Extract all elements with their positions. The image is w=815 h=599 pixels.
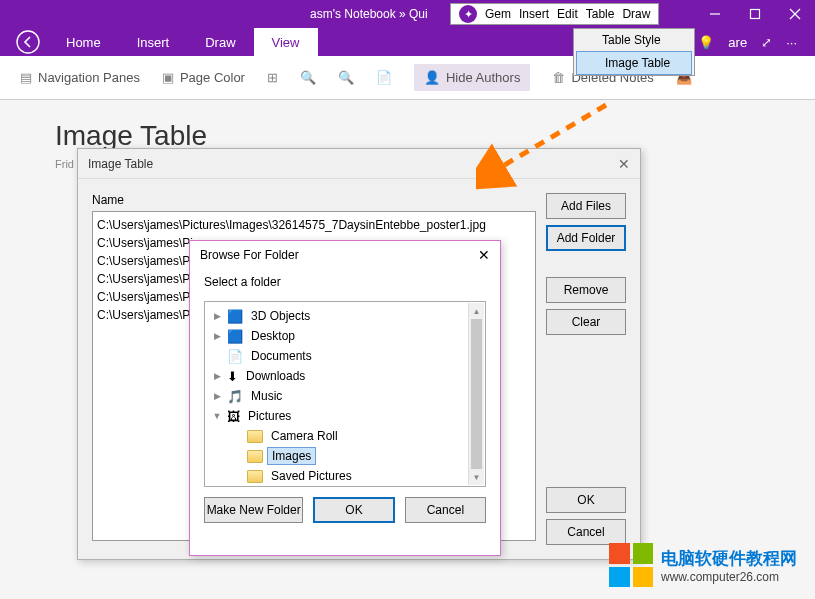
grid-icon: ⊞ xyxy=(267,70,278,85)
folder-icon: 🟦 xyxy=(227,329,243,344)
folder-icon xyxy=(247,450,263,463)
tree-node[interactable]: ▶🟦3D Objects xyxy=(207,306,483,326)
close-icon[interactable]: ✕ xyxy=(478,247,490,263)
scroll-thumb[interactable] xyxy=(471,319,482,469)
dialog-subtitle: Select a folder xyxy=(190,269,500,295)
tree-label[interactable]: Camera Roll xyxy=(267,428,342,444)
tree-label[interactable]: Saved Pictures xyxy=(267,468,356,484)
gem-icon: ✦ xyxy=(459,5,477,23)
folder-icon: 🟦 xyxy=(227,309,243,324)
close-icon[interactable]: ✕ xyxy=(618,156,630,172)
zoom-100-button[interactable]: 📄 xyxy=(376,70,392,85)
close-button[interactable] xyxy=(775,0,815,28)
expand-icon[interactable]: ▶ xyxy=(211,391,223,401)
watermark-text: 电脑软硬件教程网 xyxy=(661,547,797,570)
svg-rect-1 xyxy=(751,10,760,19)
expand-icon[interactable]: ▼ xyxy=(211,411,223,421)
page-color-button[interactable]: ▣Page Color xyxy=(162,70,245,85)
tree-label[interactable]: 3D Objects xyxy=(247,308,314,324)
folder-icon: 🎵 xyxy=(227,389,243,404)
author-icon: 👤 xyxy=(424,70,440,85)
expand-icon[interactable]: ▶ xyxy=(211,331,223,341)
clear-button[interactable]: Clear xyxy=(546,309,626,335)
tree-node[interactable]: 📄Documents xyxy=(207,346,483,366)
tab-draw[interactable]: Draw xyxy=(187,28,253,56)
gem-menu-gem[interactable]: Gem xyxy=(485,7,511,21)
remove-button[interactable]: Remove xyxy=(546,277,626,303)
minimize-button[interactable] xyxy=(695,0,735,28)
folder-icon: 📄 xyxy=(227,349,243,364)
tree-node[interactable]: Camera Roll xyxy=(207,426,483,446)
add-files-button[interactable]: Add Files xyxy=(546,193,626,219)
gem-menu-draw[interactable]: Draw xyxy=(622,7,650,21)
folder-icon: 🖼 xyxy=(227,409,240,424)
scroll-up-icon[interactable]: ▲ xyxy=(469,303,484,319)
expand-icon[interactable]: ▶ xyxy=(211,371,223,381)
tree-node[interactable]: ▼🖼Pictures xyxy=(207,406,483,426)
table-dropdown: Table Style Image Table xyxy=(573,28,695,76)
gem-menu-edit[interactable]: Edit xyxy=(557,7,578,21)
tree-node[interactable]: ▶⬇Downloads xyxy=(207,366,483,386)
panes-icon: ▤ xyxy=(20,70,32,85)
page-color-icon: ▣ xyxy=(162,70,174,85)
back-button[interactable] xyxy=(8,29,48,55)
cancel-button[interactable]: Cancel xyxy=(405,497,486,523)
tree-node[interactable]: Images xyxy=(207,446,483,466)
dialog-title: Browse For Folder xyxy=(200,248,299,262)
watermark-url: www.computer26.com xyxy=(661,570,797,584)
gem-menu-insert[interactable]: Insert xyxy=(519,7,549,21)
dialog-title: Image Table xyxy=(88,157,153,171)
tree-label[interactable]: Pictures xyxy=(244,408,295,424)
menu-table-style[interactable]: Table Style xyxy=(574,29,694,51)
tab-home[interactable]: Home xyxy=(48,28,119,56)
cancel-button[interactable]: Cancel xyxy=(546,519,626,545)
maximize-button[interactable] xyxy=(735,0,775,28)
zoom-in-icon: 🔍 xyxy=(338,70,354,85)
hide-authors-button[interactable]: 👤Hide Authors xyxy=(414,64,530,91)
tree-node[interactable]: ▶🟦Desktop xyxy=(207,326,483,346)
tell-me-icon[interactable]: 💡 xyxy=(698,35,714,50)
add-folder-button[interactable]: Add Folder xyxy=(546,225,626,251)
more-icon[interactable]: ··· xyxy=(786,35,797,50)
zoom-100-icon: 📄 xyxy=(376,70,392,85)
zoom-out-icon: 🔍 xyxy=(300,70,316,85)
watermark: 电脑软硬件教程网 www.computer26.com xyxy=(609,543,797,587)
folder-icon: ⬇ xyxy=(227,369,238,384)
expand-icon[interactable]: ▶ xyxy=(211,311,223,321)
windows-logo-icon xyxy=(609,543,653,587)
tree-label[interactable]: Desktop xyxy=(247,328,299,344)
ok-button[interactable]: OK xyxy=(313,497,394,523)
ok-button[interactable]: OK xyxy=(546,487,626,513)
list-item[interactable]: C:\Users\james\Pictures\Images\32614575_… xyxy=(97,216,531,234)
rule-lines-button[interactable]: ⊞ xyxy=(267,70,278,85)
titlebar: asm's Notebook » Qui xyxy=(0,0,815,28)
browse-folder-dialog: Browse For Folder ✕ Select a folder ▶🟦3D… xyxy=(189,240,501,556)
tab-insert[interactable]: Insert xyxy=(119,28,188,56)
folder-tree[interactable]: ▶🟦3D Objects▶🟦Desktop📄Documents▶⬇Downloa… xyxy=(204,301,486,487)
tree-label[interactable]: Documents xyxy=(247,348,316,364)
tree-node[interactable]: ▶🎵Music xyxy=(207,386,483,406)
tree-label[interactable]: Downloads xyxy=(242,368,309,384)
tree-node[interactable]: Saved Pictures xyxy=(207,466,483,486)
zoom-out-button[interactable]: 🔍 xyxy=(300,70,316,85)
name-column-header: Name xyxy=(92,193,536,207)
gem-menu-table[interactable]: Table xyxy=(586,7,615,21)
make-folder-button[interactable]: Make New Folder xyxy=(204,497,303,523)
tree-label[interactable]: Music xyxy=(247,388,286,404)
share-button[interactable]: are xyxy=(728,35,747,50)
menu-image-table[interactable]: Image Table xyxy=(576,51,692,75)
scroll-down-icon[interactable]: ▼ xyxy=(469,469,484,485)
folder-icon xyxy=(247,430,263,443)
scrollbar[interactable]: ▲ ▼ xyxy=(468,303,484,485)
folder-icon xyxy=(247,470,263,483)
tab-view[interactable]: View xyxy=(254,28,318,56)
tree-label[interactable]: Images xyxy=(267,447,316,465)
zoom-in-button[interactable]: 🔍 xyxy=(338,70,354,85)
gem-menu-bar: ✦ Gem Insert Edit Table Draw xyxy=(450,3,659,25)
svg-point-4 xyxy=(17,31,39,53)
trash-icon: 🗑 xyxy=(552,70,565,85)
nav-panes-button[interactable]: ▤Navigation Panes xyxy=(20,70,140,85)
fullscreen-icon[interactable]: ⤢ xyxy=(761,35,772,50)
